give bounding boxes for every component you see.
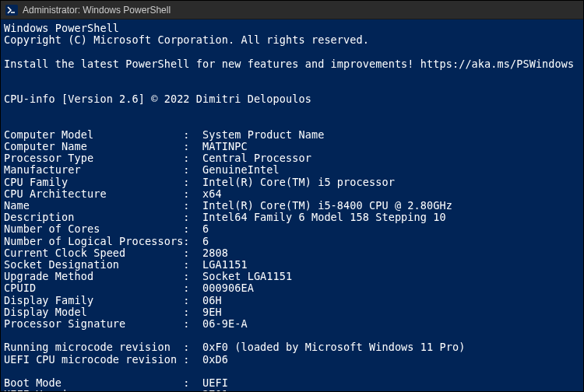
titlebar[interactable]: Administrator: Windows PowerShell (1, 1, 583, 19)
powershell-window: Administrator: Windows PowerShell Window… (0, 0, 584, 392)
window-title: Administrator: Windows PowerShell (23, 5, 171, 16)
powershell-icon (5, 4, 18, 16)
terminal-text[interactable]: Windows PowerShell Copyright (C) Microso… (1, 19, 583, 391)
